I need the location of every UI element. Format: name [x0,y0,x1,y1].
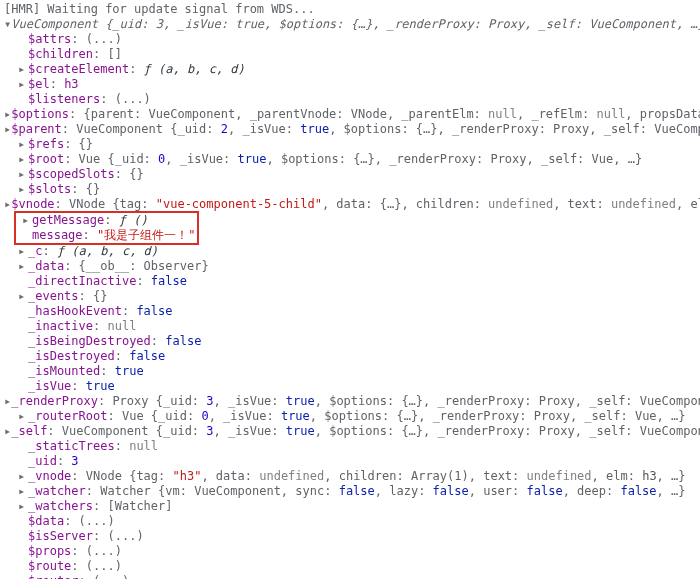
hmr-line: [HMR] Waiting for update signal from WDS… [4,2,700,17]
property-row[interactable]: _renderProxy: Proxy {_uid: 3, _isVue: tr… [4,394,700,409]
property-content: _c: ƒ (a, b, c, d) [28,244,158,259]
chevron-down-icon[interactable] [4,17,11,32]
chevron-right-icon[interactable] [4,394,11,409]
property-content: $options: {parent: VueComponent, _parent… [11,107,700,122]
property-content: _vnode: VNode {tag: "h3", data: undefine… [28,469,686,484]
chevron-right-icon[interactable] [18,182,28,197]
property-row[interactable]: $createElement: ƒ (a, b, c, d) [4,62,700,77]
property-content: _isDestroyed: false [28,349,165,364]
property-row[interactable]: _staticTrees: null [4,439,700,454]
property-content: $el: h3 [28,77,79,92]
property-content: $props: (...) [28,544,122,559]
property-content: _uid: 3 [28,454,79,469]
property-content: $router: (...) [28,574,129,579]
property-content: $slots: {} [28,182,100,197]
property-content: _self: VueComponent {_uid: 3, _isVue: tr… [11,424,700,439]
property-row[interactable]: $router: (...) [4,574,700,579]
hmr-text: [HMR] Waiting for update signal from WDS… [4,2,315,17]
chevron-right-icon[interactable] [18,259,28,274]
property-content: _routerRoot: Vue {_uid: 0, _isVue: true,… [28,409,686,424]
property-row[interactable]: $data: (...) [4,514,700,529]
property-row[interactable]: _isMounted: true [4,364,700,379]
property-content: $attrs: (...) [28,32,122,47]
property-row[interactable]: $refs: {} [4,137,700,152]
property-row[interactable]: _directInactive: false [4,274,700,289]
property-row[interactable]: $attrs: (...) [4,32,700,47]
property-content: _isVue: true [28,379,115,394]
property-row[interactable]: $props: (...) [4,544,700,559]
property-row[interactable]: $options: {parent: VueComponent, _parent… [4,107,700,122]
property-row[interactable]: $isServer: (...) [4,529,700,544]
property-content: $root: Vue {_uid: 0, _isVue: true, $opti… [28,152,642,167]
property-row[interactable]: $vnode: VNode {tag: "vue-component-5-chi… [4,197,700,212]
property-row[interactable]: $parent: VueComponent {_uid: 2, _isVue: … [4,122,700,137]
property-row[interactable]: $root: Vue {_uid: 0, _isVue: true, $opti… [4,152,700,167]
property-row[interactable]: $listeners: (...) [4,92,700,107]
property-row[interactable]: _inactive: null [4,319,700,334]
chevron-right-icon[interactable] [18,289,28,304]
property-content: $data: (...) [28,514,115,529]
property-content: _data: {__ob__: Observer} [28,259,209,274]
chevron-right-icon[interactable] [18,484,28,499]
property-content: _renderProxy: Proxy {_uid: 3, _isVue: tr… [11,394,700,409]
chevron-right-icon[interactable] [18,499,28,514]
chevron-right-icon[interactable] [18,152,28,167]
property-content: $scopedSlots: {} [28,167,144,182]
property-row[interactable]: $scopedSlots: {} [4,167,700,182]
property-content: $createElement: ƒ (a, b, c, d) [28,62,245,77]
property-content: _staticTrees: null [28,439,158,454]
chevron-right-icon[interactable] [4,424,11,439]
property-row[interactable]: _watcher: Watcher {vm: VueComponent, syn… [4,484,700,499]
property-content: $route: (...) [28,559,122,574]
property-content: _events: {} [28,289,107,304]
property-content: $parent: VueComponent {_uid: 2, _isVue: … [11,122,700,137]
chevron-right-icon[interactable] [18,167,28,182]
property-row[interactable]: _watchers: [Watcher] [4,499,700,514]
property-row[interactable]: _isBeingDestroyed: false [4,334,700,349]
property-row[interactable]: _hasHookEvent: false [4,304,700,319]
property-content: _watcher: Watcher {vm: VueComponent, syn… [28,484,685,499]
chevron-right-icon[interactable] [22,213,32,228]
chevron-right-icon[interactable] [18,137,28,152]
property-content: $vnode: VNode {tag: "vue-component-5-chi… [11,197,700,212]
property-row[interactable]: $route: (...) [4,559,700,574]
property-content: getMessage: ƒ () [32,213,148,228]
property-row[interactable]: _isVue: true [4,379,700,394]
property-row[interactable]: getMessage: ƒ () [18,213,195,228]
chevron-right-icon[interactable] [18,469,28,484]
property-row[interactable]: _self: VueComponent {_uid: 3, _isVue: tr… [4,424,700,439]
property-content: $children: [] [28,47,122,62]
chevron-right-icon[interactable] [4,122,11,137]
chevron-right-icon[interactable] [18,62,28,77]
property-row[interactable]: _uid: 3 [4,454,700,469]
property-content: _isMounted: true [28,364,144,379]
property-row[interactable]: _routerRoot: Vue {_uid: 0, _isVue: true,… [4,409,700,424]
property-row[interactable]: $children: [] [4,47,700,62]
root-object[interactable]: VueComponent {_uid: 3, _isVue: true, $op… [4,17,700,32]
chevron-right-icon[interactable] [18,244,28,259]
chevron-right-icon[interactable] [4,107,11,122]
property-row[interactable]: $el: h3 [4,77,700,92]
property-content: _watchers: [Watcher] [28,499,173,514]
property-row[interactable]: _c: ƒ (a, b, c, d) [4,244,700,259]
console-pane: [HMR] Waiting for update signal from WDS… [0,0,700,579]
property-content: _directInactive: false [28,274,187,289]
property-row[interactable]: _isDestroyed: false [4,349,700,364]
chevron-right-icon[interactable] [4,197,11,212]
property-row[interactable]: _events: {} [4,289,700,304]
property-row[interactable]: _data: {__ob__: Observer} [4,259,700,274]
property-row[interactable]: $slots: {} [4,182,700,197]
chevron-right-icon[interactable] [18,77,28,92]
property-content: _inactive: null [28,319,136,334]
property-row[interactable]: message: "我是子组件一！" [18,228,195,243]
chevron-right-icon[interactable] [18,409,28,424]
property-content: $isServer: (...) [28,529,144,544]
property-content: $listeners: (...) [28,92,151,107]
property-row[interactable]: _vnode: VNode {tag: "h3", data: undefine… [4,469,700,484]
property-content: _isBeingDestroyed: false [28,334,201,349]
highlighted-region: getMessage: ƒ ()message: "我是子组件一！" [14,211,199,245]
root-preview: VueComponent {_uid: 3, _isVue: true, $op… [11,17,700,31]
property-content: message: "我是子组件一！" [32,228,195,243]
property-content: _hasHookEvent: false [28,304,173,319]
property-content: $refs: {} [28,137,93,152]
